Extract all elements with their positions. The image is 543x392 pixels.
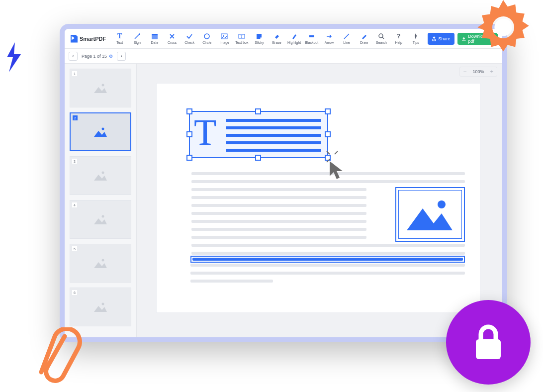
selected-line[interactable] bbox=[190, 256, 465, 263]
draw-icon bbox=[361, 33, 367, 40]
svg-rect-3 bbox=[152, 35, 158, 39]
tool-arrow[interactable]: Arrow bbox=[320, 29, 338, 48]
lightning-decoration bbox=[4, 42, 24, 72]
resize-handle[interactable] bbox=[186, 131, 192, 137]
svg-point-0 bbox=[494, 18, 512, 36]
resize-handle[interactable] bbox=[186, 108, 192, 114]
resize-handle[interactable] bbox=[325, 108, 331, 114]
app-name: SmartPDF bbox=[80, 36, 106, 42]
thumbnail-1[interactable]: 1 bbox=[70, 69, 131, 107]
cursor-icon bbox=[327, 159, 349, 181]
share-button[interactable]: Share bbox=[428, 33, 454, 45]
tool-search[interactable]: Search bbox=[373, 29, 390, 48]
resize-handle[interactable] bbox=[255, 108, 261, 114]
app-window: SmartPDF T Text Sign Date Cross Check Ci… bbox=[60, 24, 507, 342]
tool-textbox[interactable]: T Text box bbox=[233, 29, 251, 48]
resize-handle[interactable] bbox=[186, 155, 192, 161]
tool-tips[interactable]: Tips bbox=[407, 29, 425, 48]
sticky-icon bbox=[256, 33, 263, 40]
document-page[interactable]: T bbox=[157, 84, 480, 312]
placeholder-icon bbox=[93, 170, 108, 182]
placeholder-icon bbox=[93, 126, 108, 138]
svg-point-17 bbox=[438, 200, 446, 208]
zoom-value: 100% bbox=[470, 69, 487, 74]
thumbnail-2[interactable]: 2 bbox=[70, 112, 131, 151]
placeholder-icon bbox=[93, 257, 108, 269]
dropcap-letter: T bbox=[194, 114, 216, 151]
svg-point-16 bbox=[102, 303, 104, 305]
svg-point-14 bbox=[102, 215, 104, 218]
svg-point-6 bbox=[223, 35, 224, 36]
thumbnail-sidebar: 1 2 3 4 5 6 bbox=[65, 64, 137, 337]
pager: ‹ Page 1 of 15 ⚙ › bbox=[69, 52, 126, 61]
svg-point-13 bbox=[102, 172, 104, 174]
lock-badge bbox=[446, 300, 531, 385]
placeholder-icon bbox=[93, 82, 108, 94]
svg-rect-9 bbox=[309, 35, 314, 37]
arrow-icon bbox=[326, 33, 333, 40]
cross-icon bbox=[169, 33, 176, 40]
selected-image-box[interactable] bbox=[395, 187, 465, 242]
download-icon bbox=[461, 36, 466, 41]
help-icon: ? bbox=[395, 33, 402, 40]
tool-date[interactable]: Date bbox=[146, 29, 163, 48]
tool-cross[interactable]: Cross bbox=[163, 29, 181, 48]
selected-text-block[interactable]: T bbox=[189, 111, 328, 158]
image-icon bbox=[221, 33, 228, 40]
tool-circle[interactable]: Circle bbox=[198, 29, 216, 48]
footer-text-placeholder bbox=[190, 264, 465, 288]
subtoolbar: ‹ Page 1 of 15 ⚙ › bbox=[65, 49, 502, 64]
calendar-icon bbox=[151, 33, 158, 40]
tool-image[interactable]: Image bbox=[216, 29, 233, 48]
textbox-icon: T bbox=[238, 33, 245, 40]
page-settings-icon[interactable]: ⚙ bbox=[109, 54, 113, 59]
svg-rect-1 bbox=[476, 339, 501, 359]
svg-text:T: T bbox=[241, 34, 243, 39]
next-page-button[interactable]: › bbox=[117, 52, 126, 61]
tool-line[interactable]: Line bbox=[338, 29, 355, 48]
zoom-control: − 100% + bbox=[459, 67, 497, 77]
placeholder-icon bbox=[93, 213, 108, 225]
tool-check[interactable]: Check bbox=[181, 29, 198, 48]
thumbnail-5[interactable]: 5 bbox=[70, 244, 131, 283]
paperclip-decoration bbox=[37, 327, 82, 392]
tool-text[interactable]: T Text bbox=[111, 29, 128, 48]
thumbnail-6[interactable]: 6 bbox=[70, 288, 131, 326]
thumbnail-4[interactable]: 4 bbox=[70, 200, 131, 239]
tool-erase[interactable]: Erase bbox=[268, 29, 285, 48]
circle-icon bbox=[203, 33, 210, 40]
search-icon bbox=[378, 33, 385, 40]
erase-icon bbox=[273, 33, 280, 40]
placeholder-icon bbox=[93, 301, 108, 313]
tips-icon bbox=[412, 33, 419, 40]
tool-blackout[interactable]: Blackout bbox=[303, 29, 320, 48]
image-placeholder-icon bbox=[403, 195, 457, 234]
highlight-icon bbox=[291, 33, 298, 40]
thumbnail-3[interactable]: 3 bbox=[70, 156, 131, 195]
canvas-area: − 100% + T bbox=[137, 64, 502, 337]
resize-handle[interactable] bbox=[325, 131, 331, 137]
svg-point-15 bbox=[102, 259, 104, 262]
svg-point-4 bbox=[204, 34, 209, 39]
logo-mark-icon bbox=[71, 35, 78, 43]
zoom-out-button[interactable]: − bbox=[460, 67, 470, 76]
toolbar: SmartPDF T Text Sign Date Cross Check Ci… bbox=[65, 29, 502, 49]
svg-point-10 bbox=[379, 34, 383, 38]
prev-page-button[interactable]: ‹ bbox=[69, 52, 78, 61]
tool-draw[interactable]: Draw bbox=[356, 29, 373, 48]
blackout-icon bbox=[308, 33, 315, 40]
svg-point-12 bbox=[102, 128, 104, 130]
tool-sign[interactable]: Sign bbox=[128, 29, 146, 48]
share-icon bbox=[432, 36, 437, 41]
lock-icon bbox=[471, 322, 506, 362]
zoom-in-button[interactable]: + bbox=[487, 67, 497, 76]
text-icon: T bbox=[116, 33, 123, 40]
svg-point-11 bbox=[102, 84, 104, 87]
tool-highlight[interactable]: Highlight bbox=[285, 29, 303, 48]
page-indicator: Page 1 of 15 bbox=[82, 54, 107, 59]
resize-handle[interactable] bbox=[255, 155, 261, 161]
gear-decoration bbox=[476, 0, 531, 55]
tool-help[interactable]: ? Help bbox=[390, 29, 407, 48]
tool-sticky[interactable]: Sticky bbox=[251, 29, 268, 48]
line-icon bbox=[343, 33, 350, 40]
